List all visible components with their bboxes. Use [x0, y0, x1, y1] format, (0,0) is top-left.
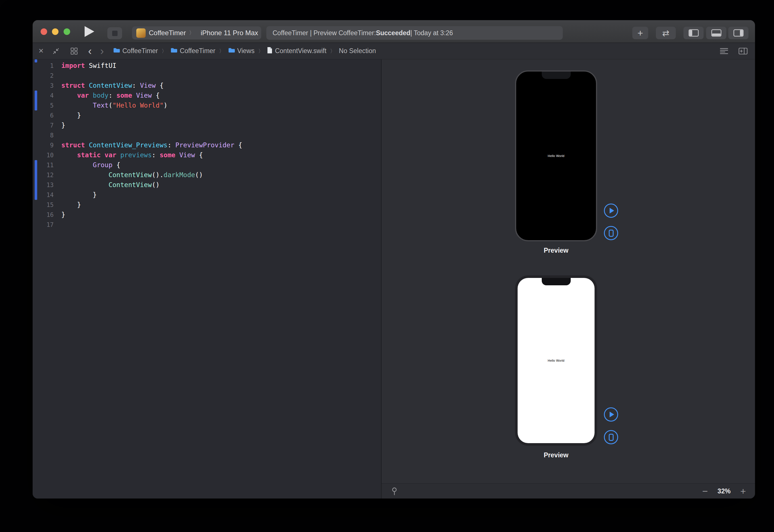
preview-device-light[interactable]: Hello World: [515, 275, 597, 446]
code-token-plain: {: [195, 151, 203, 159]
code-token-plain: :: [152, 151, 160, 159]
add-editor-button[interactable]: [739, 48, 748, 55]
breadcrumb-item[interactable]: No Selection: [339, 47, 376, 55]
play-icon: [610, 208, 614, 213]
live-preview-button[interactable]: [604, 204, 618, 218]
code-line[interactable]: 9struct ContentView_Previews: PreviewPro…: [33, 140, 381, 150]
code-token-plain: :: [132, 82, 140, 89]
code-line[interactable]: 7}: [33, 120, 381, 130]
code-token-varDecl: body: [93, 92, 108, 99]
line-number: 4: [33, 91, 54, 101]
breadcrumb: CoffeeTimer〉CoffeeTimer〉Views〉ContentVie…: [113, 43, 376, 59]
zoom-in-button[interactable]: +: [740, 486, 746, 496]
code-token-plain: [61, 171, 108, 179]
zoom-out-button[interactable]: −: [702, 486, 708, 496]
code-token-typeDecl: ContentView_Previews: [89, 141, 168, 149]
source-editor[interactable]: 1import SwiftUI23struct ContentView: Vie…: [33, 59, 381, 499]
code-token-plain: [116, 151, 120, 159]
stop-button[interactable]: [107, 27, 122, 39]
code-line[interactable]: 10 static var previews: some View {: [33, 150, 381, 160]
line-number: 11: [33, 160, 54, 170]
preview-label: Preview: [515, 451, 597, 459]
window-minimize-button[interactable]: [52, 28, 58, 35]
code-token-plain: [132, 92, 136, 99]
line-number: 3: [33, 81, 54, 91]
code-line[interactable]: 3struct ContentView: View {: [33, 81, 381, 91]
code-line[interactable]: 1import SwiftUI: [33, 61, 381, 71]
code-line[interactable]: 17: [33, 220, 381, 230]
run-button[interactable]: [80, 24, 99, 39]
code-text: var body: some View {: [54, 92, 160, 99]
code-line[interactable]: 8: [33, 130, 381, 140]
line-number: 16: [33, 210, 54, 220]
code-text: ContentView().darkMode(): [54, 171, 203, 179]
code-line[interactable]: 13 ContentView(): [33, 180, 381, 190]
breadcrumb-item[interactable]: ContentView.swift: [267, 47, 326, 55]
code-token-plain: }: [61, 211, 65, 218]
code-line[interactable]: 2: [33, 71, 381, 81]
adjust-editor-options-button[interactable]: [720, 48, 728, 55]
code-token-str: "Hello World": [112, 102, 164, 109]
code-token-plain: }: [61, 122, 65, 129]
preview-on-device-button[interactable]: [604, 226, 618, 240]
toggle-navigator-button[interactable]: [683, 27, 704, 39]
forward-button[interactable]: ›: [100, 46, 104, 56]
code-line[interactable]: 6 }: [33, 110, 381, 120]
code-token-plain: [61, 161, 93, 169]
code-token-plain: [61, 102, 93, 109]
play-icon: [85, 26, 94, 37]
close-editor-button[interactable]: ✕: [38, 47, 44, 55]
code-token-plain: [89, 92, 93, 99]
back-button[interactable]: ‹: [88, 46, 92, 56]
code-token-plain: [61, 92, 77, 99]
code-token-sysType: View: [179, 151, 195, 159]
breadcrumb-item[interactable]: CoffeeTimer: [113, 47, 158, 55]
window-close-button[interactable]: [41, 28, 47, 35]
breadcrumb-label: Views: [237, 47, 255, 55]
toolbar: CoffeeTimer 〉 iPhone 11 Pro Max CoffeeTi…: [33, 20, 755, 43]
code-token-plain: SwiftUI: [85, 62, 116, 69]
code-review-button[interactable]: ⇄: [656, 27, 676, 39]
code-area[interactable]: 1import SwiftUI23struct ContentView: Vie…: [33, 61, 381, 230]
toggle-inspector-button[interactable]: [728, 27, 748, 39]
preview-on-device-button[interactable]: [604, 430, 618, 444]
scheme-device-label[interactable]: iPhone 11 Pro Max: [201, 29, 258, 37]
code-line[interactable]: 5 Text("Hello World"): [33, 100, 381, 110]
breadcrumb-label: CoffeeTimer: [122, 47, 158, 55]
code-line[interactable]: 16}: [33, 210, 381, 220]
code-line[interactable]: 4 var body: some View {: [33, 91, 381, 100]
preview-device-dark[interactable]: Hello World: [515, 70, 597, 241]
toggle-debug-area-button[interactable]: [706, 27, 726, 39]
code-text: struct ContentView: View {: [54, 82, 164, 89]
breadcrumb-separator: 〉: [161, 48, 167, 55]
breadcrumb-item[interactable]: CoffeeTimer: [170, 47, 215, 55]
library-button[interactable]: +: [632, 27, 648, 39]
related-items-button[interactable]: [70, 47, 78, 55]
code-line[interactable]: 12 ContentView().darkMode(): [33, 170, 381, 180]
breadcrumb-item[interactable]: Views: [228, 47, 255, 55]
scheme-selector[interactable]: CoffeeTimer 〉 iPhone 11 Pro Max: [132, 26, 261, 39]
preview-label: Preview: [515, 247, 597, 254]
code-line[interactable]: 14 }: [33, 190, 381, 200]
stop-icon: [112, 31, 118, 36]
breadcrumb-separator: 〉: [330, 48, 336, 55]
breadcrumb-label: CoffeeTimer: [180, 47, 215, 55]
focus-editor-button[interactable]: [52, 47, 60, 55]
xcode-window: CoffeeTimer 〉 iPhone 11 Pro Max CoffeeTi…: [33, 20, 755, 499]
bottom-panel-icon: [711, 29, 721, 37]
code-line[interactable]: 15 }: [33, 200, 381, 210]
code-token-kw: import: [61, 62, 85, 69]
breadcrumb-label: No Selection: [339, 47, 376, 55]
code-text: [54, 72, 61, 79]
scheme-target-label[interactable]: CoffeeTimer: [149, 29, 186, 37]
code-text: }: [54, 112, 81, 119]
code-line[interactable]: 11 Group {: [33, 160, 381, 170]
code-text: static var previews: some View {: [54, 151, 203, 159]
pin-preview-button[interactable]: [391, 487, 398, 495]
window-zoom-button[interactable]: [64, 28, 70, 35]
activity-viewer[interactable]: CoffeeTimer | Preview CoffeeTimer: Succe…: [266, 26, 563, 40]
code-token-plain: {: [234, 141, 242, 149]
code-text: }: [54, 201, 81, 208]
live-preview-button[interactable]: [604, 407, 618, 422]
code-token-plain: (): [152, 181, 160, 188]
